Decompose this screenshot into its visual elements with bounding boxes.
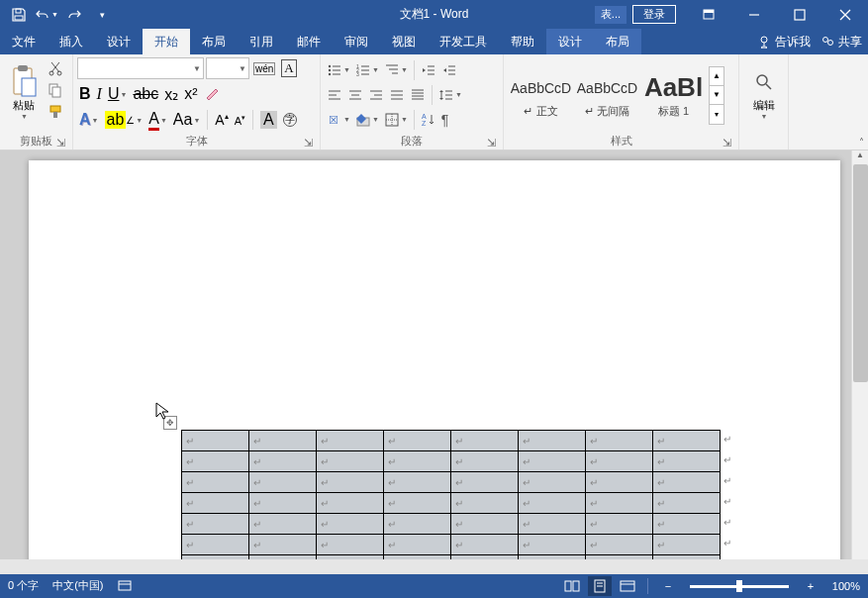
tab-table-layout[interactable]: 布局: [594, 29, 641, 54]
font-dialog-launcher[interactable]: ⇲: [302, 137, 314, 149]
web-layout-button[interactable]: [616, 576, 639, 596]
table-cell[interactable]: ↵: [585, 514, 652, 535]
table-cell[interactable]: ↵: [248, 514, 316, 535]
align-center-button[interactable]: [345, 85, 365, 105]
document-table[interactable]: ↵↵↵↵↵↵↵↵↵↵↵↵↵↵↵↵↵↵↵↵↵↵↵↵↵↵↵↵↵↵↵↵↵↵↵↵↵↵↵↵…: [181, 430, 721, 559]
table-cell[interactable]: ↵: [585, 535, 652, 555]
table-cell[interactable]: ↵: [518, 472, 585, 493]
phonetic-guide-button[interactable]: wén: [251, 60, 277, 77]
print-layout-button[interactable]: [588, 576, 612, 596]
tab-view[interactable]: 视图: [380, 29, 428, 54]
table-cell[interactable]: ↵: [518, 514, 585, 535]
character-shading-button[interactable]: A: [258, 109, 279, 131]
table-cell[interactable]: ↵: [316, 451, 383, 472]
change-case-button[interactable]: Aa▼: [171, 109, 203, 131]
asian-layout-button[interactable]: ☒▼: [325, 110, 352, 130]
table-cell[interactable]: ↵: [652, 493, 720, 514]
table-cell[interactable]: ↵: [518, 451, 585, 472]
line-spacing-button[interactable]: ▼: [436, 85, 464, 105]
tab-file[interactable]: 文件: [0, 29, 48, 54]
clear-formatting-button[interactable]: [202, 84, 222, 104]
table-cell[interactable]: ↵: [181, 472, 248, 493]
find-button[interactable]: [752, 70, 776, 94]
table-cell[interactable]: ↵: [652, 431, 720, 451]
table-cell[interactable]: ↵: [652, 555, 720, 560]
table-cell[interactable]: ↵: [652, 472, 720, 493]
grow-font-button[interactable]: A▴: [213, 110, 230, 130]
format-painter-button[interactable]: [46, 102, 65, 122]
table-cell[interactable]: ↵: [450, 555, 518, 560]
redo-button[interactable]: [61, 3, 87, 27]
styles-expand[interactable]: ▾: [710, 105, 723, 124]
tab-references[interactable]: 引用: [238, 29, 285, 54]
table-cell[interactable]: ↵: [181, 431, 248, 451]
table-cell[interactable]: ↵: [585, 451, 652, 472]
table-cell[interactable]: ↵: [518, 535, 585, 555]
table-cell[interactable]: ↵: [450, 472, 518, 493]
table-cell[interactable]: ↵: [316, 431, 383, 451]
table-cell[interactable]: ↵: [181, 451, 248, 472]
table-cell[interactable]: ↵: [248, 451, 316, 472]
increase-indent-button[interactable]: [439, 60, 459, 80]
font-name-combo[interactable]: ▼: [77, 57, 204, 79]
bold-button[interactable]: B: [77, 83, 93, 105]
table-cell[interactable]: ↵: [518, 431, 585, 451]
align-right-button[interactable]: [366, 85, 386, 105]
table-cell[interactable]: ↵: [450, 535, 518, 555]
vertical-scrollbar[interactable]: ▲: [851, 150, 868, 559]
table-cell[interactable]: ↵: [181, 555, 248, 560]
tab-home[interactable]: 开始: [143, 29, 190, 54]
underline-button[interactable]: U▼: [106, 83, 130, 105]
zoom-slider[interactable]: [690, 585, 789, 588]
sort-button[interactable]: AZ: [419, 110, 438, 130]
table-cell[interactable]: ↵: [316, 493, 383, 514]
table-cell[interactable]: ↵: [181, 514, 248, 535]
table-cell[interactable]: ↵: [316, 514, 383, 535]
table-cell[interactable]: ↵: [450, 431, 518, 451]
table-cell[interactable]: ↵: [383, 472, 450, 493]
table-cell[interactable]: ↵: [248, 431, 316, 451]
style-normal[interactable]: AaBbCcD↵ 正文: [508, 65, 574, 125]
superscript-button[interactable]: x²: [182, 83, 199, 105]
table-cell[interactable]: ↵: [450, 493, 518, 514]
tab-layout[interactable]: 布局: [190, 29, 238, 54]
highlight-button[interactable]: ab∠▼: [103, 109, 145, 131]
table-cell[interactable]: ↵: [383, 514, 450, 535]
table-cell[interactable]: ↵: [248, 535, 316, 555]
collapse-ribbon-button[interactable]: ˄: [859, 137, 864, 148]
table-cell[interactable]: ↵: [652, 535, 720, 555]
multilevel-list-button[interactable]: ▼: [382, 60, 410, 80]
table-cell[interactable]: ↵: [248, 472, 316, 493]
styles-scroll-up[interactable]: ▲: [710, 67, 723, 86]
table-cell[interactable]: ↵: [585, 472, 652, 493]
font-color-button[interactable]: A▼: [146, 108, 169, 133]
table-cell[interactable]: ↵: [248, 493, 316, 514]
zoom-out-button[interactable]: −: [656, 576, 680, 596]
table-cell[interactable]: ↵: [181, 535, 248, 555]
table-cell[interactable]: ↵: [248, 555, 316, 560]
undo-button[interactable]: ▼: [34, 3, 59, 27]
signin-button[interactable]: 登录: [632, 5, 676, 24]
style-heading1[interactable]: AaBl标题 1: [640, 65, 707, 125]
table-cell[interactable]: ↵: [585, 431, 652, 451]
save-button[interactable]: [6, 3, 32, 27]
table-cell[interactable]: ↵: [450, 514, 518, 535]
table-cell[interactable]: ↵: [652, 451, 720, 472]
shading-button[interactable]: ▼: [353, 110, 381, 130]
strikethrough-button[interactable]: abc: [131, 83, 160, 105]
tab-insert[interactable]: 插入: [48, 29, 95, 54]
table-cell[interactable]: ↵: [585, 493, 652, 514]
zoom-level[interactable]: 100%: [832, 580, 860, 592]
table-cell[interactable]: ↵: [450, 451, 518, 472]
table-cell[interactable]: ↵: [383, 535, 450, 555]
table-cell[interactable]: ↵: [383, 431, 450, 451]
tab-review[interactable]: 审阅: [333, 29, 380, 54]
table-cell[interactable]: ↵: [316, 535, 383, 555]
italic-button[interactable]: I: [95, 83, 104, 105]
numbering-button[interactable]: 123▼: [353, 60, 381, 80]
decrease-indent-button[interactable]: [419, 60, 438, 80]
cut-button[interactable]: [46, 58, 65, 78]
table-cell[interactable]: ↵: [383, 451, 450, 472]
style-nospacing[interactable]: AaBbCcD↵ 无间隔: [574, 65, 640, 125]
distributed-button[interactable]: [408, 85, 428, 105]
